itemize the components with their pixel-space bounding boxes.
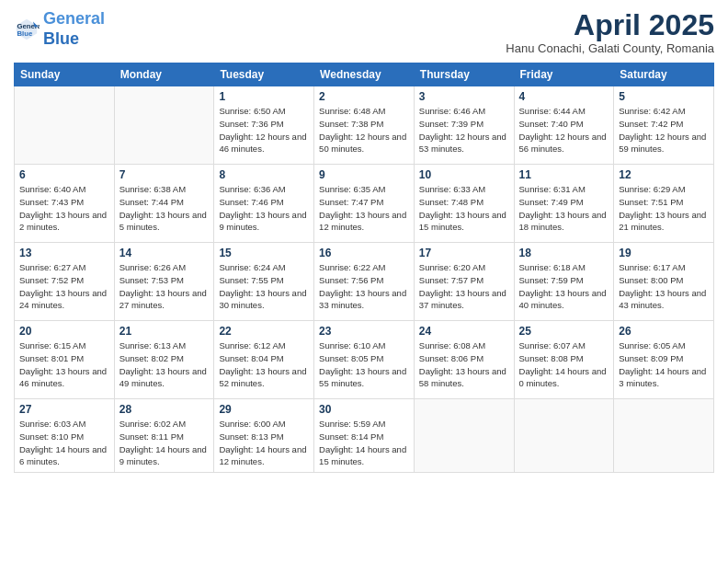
- day-number: 10: [419, 168, 509, 181]
- day-cell: 20Sunrise: 6:15 AMSunset: 8:01 PMDayligh…: [15, 321, 115, 399]
- day-info: Sunrise: 6:29 AMSunset: 7:51 PMDaylight:…: [619, 183, 709, 234]
- svg-text:Blue: Blue: [17, 29, 33, 38]
- day-info: Sunrise: 6:18 AMSunset: 7:59 PMDaylight:…: [519, 261, 609, 312]
- day-cell: 1Sunrise: 6:50 AMSunset: 7:36 PMDaylight…: [214, 86, 314, 165]
- week-row-1: 1Sunrise: 6:50 AMSunset: 7:36 PMDaylight…: [15, 86, 714, 165]
- day-number: 19: [619, 247, 709, 259]
- day-number: 28: [119, 403, 210, 416]
- day-cell: 11Sunrise: 6:31 AMSunset: 7:49 PMDayligh…: [514, 165, 614, 243]
- logo: General Blue General Blue: [14, 9, 105, 49]
- day-number: 12: [619, 168, 709, 181]
- day-cell: 30Sunrise: 5:59 AMSunset: 8:14 PMDayligh…: [314, 399, 415, 473]
- day-info: Sunrise: 6:42 AMSunset: 7:42 PMDaylight:…: [619, 105, 709, 155]
- day-number: 15: [219, 247, 309, 259]
- day-number: 27: [19, 403, 109, 416]
- col-header-tuesday: Tuesday: [214, 63, 314, 86]
- day-cell: 27Sunrise: 6:03 AMSunset: 8:10 PMDayligh…: [15, 399, 115, 473]
- day-number: 25: [519, 325, 609, 338]
- day-info: Sunrise: 6:22 AMSunset: 7:56 PMDaylight:…: [319, 261, 409, 312]
- day-number: 8: [219, 168, 309, 181]
- day-number: 3: [419, 90, 509, 103]
- day-cell: 29Sunrise: 6:00 AMSunset: 8:13 PMDayligh…: [214, 399, 314, 473]
- day-number: 13: [19, 247, 109, 259]
- day-info: Sunrise: 6:31 AMSunset: 7:49 PMDaylight:…: [519, 183, 609, 234]
- day-cell: 18Sunrise: 6:18 AMSunset: 7:59 PMDayligh…: [514, 243, 614, 321]
- day-cell: 21Sunrise: 6:13 AMSunset: 8:02 PMDayligh…: [114, 321, 214, 399]
- day-info: Sunrise: 5:59 AMSunset: 8:14 PMDaylight:…: [319, 418, 409, 468]
- day-info: Sunrise: 6:50 AMSunset: 7:36 PMDaylight:…: [219, 105, 309, 155]
- day-number: 30: [319, 403, 409, 416]
- day-number: 21: [119, 325, 210, 338]
- header-row: SundayMondayTuesdayWednesdayThursdayFrid…: [15, 63, 714, 86]
- day-info: Sunrise: 6:24 AMSunset: 7:55 PMDaylight:…: [219, 261, 309, 312]
- day-info: Sunrise: 6:38 AMSunset: 7:44 PMDaylight:…: [119, 183, 210, 234]
- day-number: 18: [519, 247, 609, 259]
- day-cell: 17Sunrise: 6:20 AMSunset: 7:57 PMDayligh…: [414, 243, 514, 321]
- title-block: April 2025 Hanu Conachi, Galati County, …: [506, 9, 714, 55]
- logo-icon: General Blue: [14, 17, 40, 42]
- day-cell: 22Sunrise: 6:12 AMSunset: 8:04 PMDayligh…: [214, 321, 314, 399]
- day-cell: 6Sunrise: 6:40 AMSunset: 7:43 PMDaylight…: [15, 165, 115, 243]
- day-cell: [514, 399, 614, 473]
- day-info: Sunrise: 6:00 AMSunset: 8:13 PMDaylight:…: [219, 418, 309, 468]
- day-cell: 24Sunrise: 6:08 AMSunset: 8:06 PMDayligh…: [414, 321, 514, 399]
- logo-text: General Blue: [43, 9, 105, 49]
- day-info: Sunrise: 6:10 AMSunset: 8:05 PMDaylight:…: [319, 339, 409, 390]
- day-cell: 23Sunrise: 6:10 AMSunset: 8:05 PMDayligh…: [314, 321, 415, 399]
- day-number: 24: [419, 325, 509, 338]
- day-cell: 9Sunrise: 6:35 AMSunset: 7:47 PMDaylight…: [314, 165, 415, 243]
- col-header-thursday: Thursday: [414, 63, 514, 86]
- col-header-sunday: Sunday: [15, 63, 115, 86]
- day-cell: 14Sunrise: 6:26 AMSunset: 7:53 PMDayligh…: [114, 243, 214, 321]
- month-title: April 2025: [506, 9, 714, 41]
- day-cell: [114, 86, 214, 165]
- day-number: 7: [119, 168, 210, 181]
- day-info: Sunrise: 6:40 AMSunset: 7:43 PMDaylight:…: [19, 183, 109, 234]
- day-info: Sunrise: 6:20 AMSunset: 7:57 PMDaylight:…: [419, 261, 509, 312]
- day-info: Sunrise: 6:36 AMSunset: 7:46 PMDaylight:…: [219, 183, 309, 234]
- col-header-saturday: Saturday: [614, 63, 714, 86]
- day-cell: 7Sunrise: 6:38 AMSunset: 7:44 PMDaylight…: [114, 165, 214, 243]
- day-info: Sunrise: 6:02 AMSunset: 8:11 PMDaylight:…: [119, 418, 210, 468]
- day-number: 29: [219, 403, 309, 416]
- week-row-4: 20Sunrise: 6:15 AMSunset: 8:01 PMDayligh…: [15, 321, 714, 399]
- day-cell: 10Sunrise: 6:33 AMSunset: 7:48 PMDayligh…: [414, 165, 514, 243]
- week-row-3: 13Sunrise: 6:27 AMSunset: 7:52 PMDayligh…: [15, 243, 714, 321]
- col-header-friday: Friday: [514, 63, 614, 86]
- day-cell: 26Sunrise: 6:05 AMSunset: 8:09 PMDayligh…: [614, 321, 714, 399]
- day-info: Sunrise: 6:08 AMSunset: 8:06 PMDaylight:…: [419, 339, 509, 390]
- day-cell: 25Sunrise: 6:07 AMSunset: 8:08 PMDayligh…: [514, 321, 614, 399]
- day-cell: 5Sunrise: 6:42 AMSunset: 7:42 PMDaylight…: [614, 86, 714, 165]
- day-info: Sunrise: 6:03 AMSunset: 8:10 PMDaylight:…: [19, 418, 109, 468]
- day-cell: 12Sunrise: 6:29 AMSunset: 7:51 PMDayligh…: [614, 165, 714, 243]
- day-info: Sunrise: 6:44 AMSunset: 7:40 PMDaylight:…: [519, 105, 609, 155]
- header: General Blue General Blue April 2025 Han…: [14, 9, 714, 55]
- day-number: 6: [19, 168, 109, 181]
- day-info: Sunrise: 6:26 AMSunset: 7:53 PMDaylight:…: [119, 261, 210, 312]
- day-info: Sunrise: 6:12 AMSunset: 8:04 PMDaylight:…: [219, 339, 309, 390]
- day-info: Sunrise: 6:13 AMSunset: 8:02 PMDaylight:…: [119, 339, 210, 390]
- day-info: Sunrise: 6:46 AMSunset: 7:39 PMDaylight:…: [419, 105, 509, 155]
- week-row-5: 27Sunrise: 6:03 AMSunset: 8:10 PMDayligh…: [15, 399, 714, 473]
- day-number: 23: [319, 325, 409, 338]
- day-number: 16: [319, 247, 409, 259]
- day-info: Sunrise: 6:27 AMSunset: 7:52 PMDaylight:…: [19, 261, 109, 312]
- day-cell: 19Sunrise: 6:17 AMSunset: 8:00 PMDayligh…: [614, 243, 714, 321]
- day-cell: 13Sunrise: 6:27 AMSunset: 7:52 PMDayligh…: [15, 243, 115, 321]
- week-row-2: 6Sunrise: 6:40 AMSunset: 7:43 PMDaylight…: [15, 165, 714, 243]
- page-container: General Blue General Blue April 2025 Han…: [0, 0, 728, 487]
- subtitle: Hanu Conachi, Galati County, Romania: [506, 41, 714, 55]
- col-header-monday: Monday: [114, 63, 214, 86]
- day-number: 14: [119, 247, 210, 259]
- day-number: 26: [619, 325, 709, 338]
- day-number: 17: [419, 247, 509, 259]
- day-number: 22: [219, 325, 309, 338]
- day-number: 9: [319, 168, 409, 181]
- day-info: Sunrise: 6:33 AMSunset: 7:48 PMDaylight:…: [419, 183, 509, 234]
- day-cell: [414, 399, 514, 473]
- day-number: 4: [519, 90, 609, 103]
- day-cell: [15, 86, 115, 165]
- day-cell: 8Sunrise: 6:36 AMSunset: 7:46 PMDaylight…: [214, 165, 314, 243]
- day-number: 1: [219, 90, 309, 103]
- day-info: Sunrise: 6:48 AMSunset: 7:38 PMDaylight:…: [319, 105, 409, 155]
